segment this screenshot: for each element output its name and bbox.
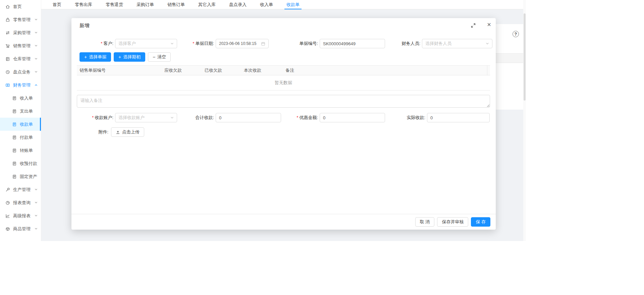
bill-table-body: 暂无数据	[77, 75, 490, 91]
sidebar-item-receipt-order[interactable]: 收款单	[0, 118, 41, 131]
box-icon	[5, 227, 10, 231]
sidebar-label: 财务管理	[13, 82, 31, 88]
bill-date-input[interactable]: 2023-06-06 10:58:15	[216, 39, 269, 48]
app-window: 首页 零售管理 采购管理 销售管理 仓库管理 盘点业务	[0, 0, 526, 241]
sidebar-label: 报表查询	[13, 200, 31, 206]
sidebar-item-retail[interactable]: 零售管理	[0, 13, 41, 26]
save-button[interactable]: 保 存	[471, 217, 490, 227]
shop-icon	[5, 17, 10, 22]
required-mark: *	[92, 115, 94, 120]
sidebar-item-purchase[interactable]: 采购管理	[0, 26, 41, 39]
select-bill-button[interactable]: + 选择单据	[79, 52, 111, 62]
swap-icon	[5, 31, 10, 35]
document-icon	[12, 109, 17, 114]
sidebar-item-advance-receipt[interactable]: 收预付款	[0, 157, 41, 170]
select-opening-button[interactable]: + 选择期初	[114, 52, 145, 62]
tab-other-inbound[interactable]: 其它入库	[192, 0, 222, 9]
chevron-down-icon	[35, 57, 38, 60]
tab-income-order[interactable]: 收入单	[253, 0, 280, 9]
line-chart-icon	[5, 214, 10, 218]
tab-home[interactable]: 首页	[46, 0, 68, 9]
form-row-2: *收款账户: 选择收款账户 合计收款: *优惠金额: 实际收款:	[71, 113, 496, 122]
document-icon	[12, 135, 17, 140]
plus-icon: +	[84, 55, 87, 59]
sidebar-item-production[interactable]: 生产管理	[0, 183, 41, 196]
tab-receipt-order[interactable]: 收款单	[280, 0, 306, 9]
actual-receipt-input[interactable]	[427, 113, 490, 122]
modal-toolbar: + 选择单据 + 选择期初 − 清空	[71, 52, 496, 62]
form-row-1: *客户: 选择客户 *单据日期: 2023-06-06 10:58:15 单据编…	[71, 39, 496, 48]
sidebar-item-income-order[interactable]: 收入单	[0, 92, 41, 105]
sidebar-item-payment-order[interactable]: 付款单	[0, 131, 41, 144]
sidebar-label: 销售管理	[13, 43, 31, 49]
sidebar-label: 采购管理	[13, 30, 31, 36]
sidebar-label: 收预付款	[20, 161, 37, 167]
chevron-down-icon	[35, 214, 38, 217]
bill-table-header: 销售单据编号 应收欠款 已收欠款 本次收款 备注	[77, 65, 490, 75]
help-icon[interactable]: ?	[513, 31, 519, 37]
fullscreen-icon[interactable]	[471, 23, 476, 28]
sidebar-item-transfer-order[interactable]: 转账单	[0, 144, 41, 157]
tab-retail-outbound[interactable]: 零售出库	[68, 0, 99, 9]
required-mark: *	[193, 41, 194, 46]
document-icon	[12, 148, 17, 153]
bill-table: 销售单据编号 应收欠款 已收欠款 本次收款 备注 暂无数据	[77, 65, 490, 91]
plus-icon: +	[118, 55, 121, 59]
sidebar-item-stocktake[interactable]: 盘点业务	[0, 65, 41, 78]
sidebar-item-goods[interactable]: 商品管理	[0, 222, 41, 235]
cancel-button[interactable]: 取 消	[415, 217, 435, 227]
document-icon	[12, 174, 17, 179]
sidebar-label: 零售管理	[13, 17, 31, 23]
minus-icon: −	[153, 55, 155, 59]
sidebar: 首页 零售管理 采购管理 销售管理 仓库管理 盘点业务	[0, 0, 41, 241]
sidebar-label: 收款单	[20, 121, 33, 127]
sidebar-label: 收入单	[20, 95, 33, 101]
sidebar-item-home[interactable]: 首页	[0, 0, 41, 13]
sidebar-item-sales[interactable]: 销售管理	[0, 39, 41, 52]
sidebar-item-expense-order[interactable]: 支出单	[0, 105, 41, 118]
remark-textarea[interactable]	[77, 95, 490, 108]
sidebar-item-fixed-assets[interactable]: 固定资产	[0, 170, 41, 183]
tab-retail-return[interactable]: 零售退货	[99, 0, 130, 9]
save-and-audit-button[interactable]: 保存并审核	[437, 217, 468, 227]
attachment-label: 附件:	[71, 127, 108, 137]
column-header-receivable: 应收欠款	[162, 66, 202, 75]
sidebar-label: 高级报表	[13, 213, 31, 219]
form-row-3: 附件: 点击上传	[71, 127, 496, 137]
column-header-this-receipt: 本次收款	[241, 66, 283, 75]
upload-icon	[116, 130, 120, 134]
sidebar-label: 生产管理	[13, 187, 31, 193]
sidebar-item-advanced-report[interactable]: 高级报表	[0, 209, 41, 222]
sidebar-label: 仓库管理	[13, 56, 31, 62]
upload-button[interactable]: 点击上传	[111, 127, 144, 137]
money-icon	[5, 83, 10, 87]
sidebar-label: 支出单	[20, 108, 33, 114]
tab-sales-order[interactable]: 销售订单	[161, 0, 192, 9]
column-header-received: 已收欠款	[202, 66, 241, 75]
scrollbar-thumb[interactable]	[524, 13, 526, 101]
required-mark: *	[101, 41, 102, 46]
sidebar-item-warehouse[interactable]: 仓库管理	[0, 52, 41, 65]
clock-icon	[5, 70, 10, 74]
finance-staff-select[interactable]: 选择财务人员	[422, 39, 492, 48]
sidebar-label: 商品管理	[13, 226, 31, 232]
total-receipt-label: 合计收款:	[167, 113, 214, 122]
tab-purchase-order[interactable]: 采购订单	[130, 0, 161, 9]
document-icon	[12, 122, 17, 127]
close-icon[interactable]: ×	[485, 20, 493, 28]
sidebar-label: 固定资产	[20, 174, 37, 180]
scrollbar[interactable]	[523, 0, 526, 241]
finance-staff-label: 财务人员:	[373, 39, 420, 48]
column-header-sales-bill-number: 销售单据编号	[77, 66, 162, 75]
sidebar-item-report-query[interactable]: 报表查询	[0, 196, 41, 209]
chevron-down-icon	[35, 31, 38, 34]
tab-stocktake-entry[interactable]: 盘点录入	[222, 0, 253, 9]
clear-button[interactable]: − 清空	[148, 52, 171, 62]
calendar-icon	[261, 42, 265, 46]
chevron-down-icon	[486, 42, 489, 45]
sidebar-item-finance[interactable]: 财务管理	[0, 78, 41, 92]
chevron-down-icon	[35, 188, 38, 191]
cart-icon	[5, 44, 10, 48]
bill-number-label: 单据编号:	[271, 39, 318, 48]
discount-amount-input[interactable]	[320, 113, 385, 122]
